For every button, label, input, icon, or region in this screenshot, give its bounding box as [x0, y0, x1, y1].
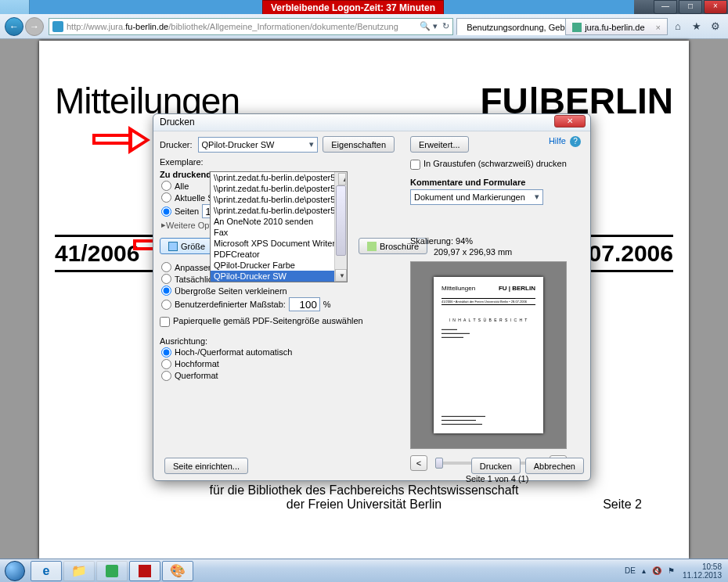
- taskbar-ie[interactable]: e: [31, 561, 62, 581]
- scroll-up-icon[interactable]: ▲: [338, 173, 346, 185]
- printer-option[interactable]: Microsoft XPS Document Writer: [211, 238, 347, 249]
- printer-dropdown[interactable]: \\print.zedat.fu-berlin.de\poster5_a0 \\…: [210, 171, 348, 282]
- size-button[interactable]: Größe: [160, 238, 214, 254]
- minimize-button[interactable]: —: [654, 0, 677, 14]
- cancel-button[interactable]: Abbrechen: [525, 458, 584, 474]
- back-button[interactable]: ←: [5, 17, 23, 36]
- taskbar-adobe[interactable]: [129, 561, 160, 581]
- windows-orb-icon: [5, 561, 25, 581]
- scroll-thumb[interactable]: [336, 185, 346, 256]
- print-preview: MitteilungenFU | BERLIN 41/2006 • Amtsbl…: [410, 261, 567, 449]
- all-pages-radio[interactable]: [161, 181, 171, 191]
- preview-page: MitteilungenFU | BERLIN 41/2006 • Amtsbl…: [434, 277, 543, 433]
- search-split-icon[interactable]: 🔍 ▾: [420, 21, 438, 31]
- scroll-down-icon[interactable]: ▼: [335, 269, 347, 282]
- booklet-icon: [367, 242, 377, 251]
- tab-label: Benutzungsordnung, Gebühre…: [467, 23, 566, 32]
- forward-button[interactable]: →: [25, 17, 44, 36]
- url-text: http://www.jura.fu-berlin.de/bibliothek/…: [67, 22, 398, 31]
- printer-option[interactable]: \\print.zedat.fu-berlin.de\poster5_a0: [211, 172, 347, 183]
- browser-toolbar: ← → http://www.jura.fu-berlin.de/bibliot…: [0, 14, 728, 39]
- issue-number: 41/2006: [55, 240, 139, 267]
- printer-option[interactable]: An OneNote 2010 senden: [211, 216, 347, 227]
- address-bar[interactable]: http://www.jura.fu-berlin.de/bibliothek/…: [49, 18, 453, 35]
- start-button[interactable]: [0, 559, 30, 583]
- language-indicator[interactable]: DE: [625, 566, 636, 575]
- ie-icon: e: [43, 564, 50, 578]
- landscape-radio[interactable]: [161, 371, 171, 381]
- shrink-radio[interactable]: [161, 286, 171, 296]
- taskbar: e 📁 🎨 DE ▴ 🔇 ⚑ 10:58 11.12.2013: [0, 559, 728, 582]
- page-counter: Seite 1 von 4 (1): [410, 474, 584, 483]
- tab-close-icon[interactable]: ×: [656, 23, 661, 32]
- print-dialog: Drucken ✕ Hilfe ? Drucker: QPilot-Drucke…: [153, 113, 591, 481]
- home-icon[interactable]: ⌂: [670, 19, 686, 34]
- advanced-button[interactable]: Erweitert...: [410, 136, 469, 153]
- favorites-icon[interactable]: ★: [689, 19, 705, 34]
- dialog-close-button[interactable]: ✕: [554, 115, 586, 128]
- printer-option[interactable]: \\print.zedat.fu-berlin.de\poster5_max: [211, 205, 347, 216]
- grayscale-checkbox[interactable]: [410, 160, 420, 170]
- portrait-radio[interactable]: [161, 359, 171, 369]
- page-setup-button[interactable]: Seite einrichten...: [164, 458, 248, 474]
- tab-active[interactable]: Benutzungsordnung, Gebühre…: [456, 18, 566, 35]
- close-button[interactable]: ×: [704, 0, 727, 14]
- taskbar-explorer[interactable]: 📁: [63, 561, 95, 581]
- settings-icon[interactable]: ⚙: [708, 19, 723, 34]
- browser-tools: ⌂ ★ ⚙: [667, 19, 723, 34]
- pages-radio[interactable]: [161, 207, 171, 217]
- printer-option[interactable]: QPilot-Drucker Farbe: [211, 260, 347, 271]
- favicon-icon: [572, 23, 582, 32]
- folder-icon: 📁: [71, 563, 87, 578]
- dialog-title: Drucken: [160, 117, 195, 128]
- custom-scale-radio[interactable]: [161, 300, 171, 310]
- app-icon: [106, 565, 118, 577]
- properties-button[interactable]: Eigenschaften: [323, 136, 395, 153]
- doc-footer: für die Bibliothek des Fachbereichs Rech…: [39, 483, 689, 512]
- dialog-titlebar: Drucken ✕: [153, 114, 590, 131]
- tab-label: jura.fu-berlin.de: [585, 23, 644, 32]
- comments-combo[interactable]: Dokument und Markierungen▾: [410, 189, 543, 205]
- scale-info: Skalierung: 94%: [410, 236, 584, 246]
- printer-option[interactable]: Fax: [211, 227, 347, 238]
- maximize-button[interactable]: □: [679, 0, 702, 14]
- print-button[interactable]: Drucken: [471, 458, 521, 474]
- size-icon: [168, 242, 178, 251]
- printer-option[interactable]: PDFCreator: [211, 249, 347, 260]
- flag-icon[interactable]: ⚑: [668, 566, 675, 575]
- auto-orient-radio[interactable]: [161, 347, 171, 357]
- sound-icon[interactable]: 🔇: [652, 566, 661, 575]
- window-caption-buttons: — □ ×: [634, 0, 728, 16]
- system-tray: DE ▴ 🔇 ⚑ 10:58 11.12.2013: [618, 562, 728, 580]
- comments-label: Kommentare und Formulare: [410, 178, 584, 187]
- printer-option[interactable]: \\print.zedat.fu-berlin.de\poster5_a2: [211, 194, 347, 205]
- dimensions-info: 209,97 x 296,93 mm: [434, 247, 584, 257]
- printer-option[interactable]: \\print.zedat.fu-berlin.de\poster5_a1: [211, 183, 347, 194]
- paper-source-checkbox[interactable]: [160, 317, 170, 327]
- clock[interactable]: 10:58 11.12.2013: [683, 562, 722, 580]
- current-page-radio[interactable]: [161, 192, 171, 203]
- dropdown-scrollbar[interactable]: ▲ ▼: [334, 172, 347, 282]
- paint-icon: 🎨: [170, 563, 186, 578]
- ie-icon: [52, 21, 63, 32]
- refresh-icon[interactable]: ↻: [442, 21, 449, 31]
- fit-radio[interactable]: [161, 262, 171, 272]
- taskbar-app[interactable]: [96, 561, 128, 581]
- logon-timer-bar: Verbleibende Logon-Zeit: 37 Minuten: [262, 0, 444, 16]
- tab-inactive[interactable]: jura.fu-berlin.de×: [565, 18, 668, 35]
- printer-label: Drucker:: [160, 140, 198, 149]
- printer-option-selected[interactable]: QPilot-Drucker SW: [211, 271, 347, 282]
- taskbar-paint[interactable]: 🎨: [162, 561, 193, 581]
- tab-strip: Benutzungsordnung, Gebühre… jura.fu-berl…: [456, 18, 667, 35]
- actual-size-radio[interactable]: [161, 274, 171, 284]
- copies-label: Exemplare:: [160, 157, 204, 167]
- adobe-icon: [139, 565, 151, 577]
- printer-value: QPilot-Drucker SW: [202, 140, 275, 149]
- page-number: Seite 2: [603, 498, 642, 512]
- scale-input[interactable]: [289, 297, 320, 311]
- orientation-label: Ausrichtung:: [160, 336, 395, 346]
- printer-combo[interactable]: QPilot-Drucker SW▾: [198, 137, 319, 153]
- chevron-down-icon: ▾: [535, 192, 539, 202]
- annotation-arrow-1: [92, 128, 155, 151]
- tray-up-icon[interactable]: ▴: [642, 566, 646, 575]
